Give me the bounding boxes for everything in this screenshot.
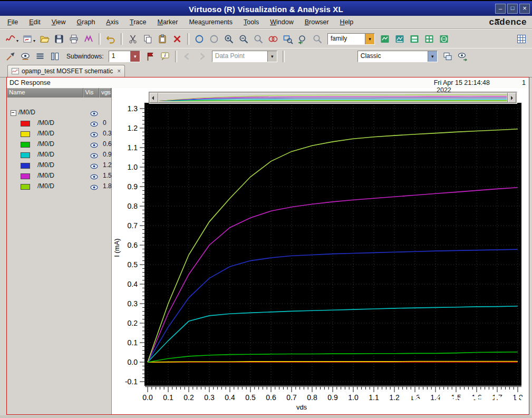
stack-icon[interactable] — [440, 50, 455, 63]
subwindows-label: Subwindows: — [66, 53, 104, 60]
layout-smith-icon[interactable] — [437, 32, 451, 46]
zoom-out-icon[interactable] — [236, 32, 251, 46]
data-point-combo-arrow-icon[interactable] — [267, 51, 277, 62]
bottom-strip — [0, 415, 532, 418]
menu-edit[interactable]: Edit — [29, 18, 41, 26]
trace-row[interactable]: /M0/D0.3 — [7, 128, 111, 139]
open-icon[interactable] — [37, 32, 52, 46]
trace-color-swatch[interactable] — [21, 163, 30, 169]
trace-vgs-value: 0 — [103, 119, 107, 127]
family-combo[interactable]: family — [327, 33, 375, 45]
rows-icon[interactable] — [33, 50, 47, 63]
tab-opamp-test-mosfet-schematic[interactable]: opamp_test MOSFET schematic × — [7, 65, 125, 77]
info-icon[interactable]: i — [158, 50, 172, 63]
style-combo-arrow-icon[interactable] — [428, 51, 437, 62]
trace-color-swatch[interactable] — [21, 121, 30, 127]
trace-color-swatch[interactable] — [21, 142, 30, 148]
y-tick-label: 0.9 — [128, 182, 138, 191]
x-tick-label: 0.3 — [204, 393, 215, 402]
family-combo-arrow-icon[interactable] — [365, 34, 374, 44]
trace-group-row[interactable]: /M0/D — [7, 107, 111, 118]
arrow-right-icon[interactable] — [195, 50, 209, 63]
flag-icon[interactable] — [143, 50, 158, 63]
secondary-toolbar: Subwindows: 1 i Data Point Classic — [0, 48, 532, 64]
trace-row[interactable]: /M0/D0 — [7, 118, 111, 128]
menu-marker[interactable]: Marker — [157, 18, 178, 26]
tab-close-icon[interactable]: × — [117, 67, 121, 75]
graph-window: DC Response Fri Apr 15 21:14:48 1 Name V… — [6, 77, 529, 415]
new-graph-icon[interactable] — [3, 32, 18, 46]
zoom-fit-icon[interactable] — [266, 32, 280, 46]
new-graph-icon-dropdown-arrow[interactable]: ▾ — [16, 38, 18, 43]
trace-row[interactable]: /M0/D1.5 — [7, 170, 111, 181]
trace-row[interactable]: /M0/D1.2 — [7, 160, 111, 170]
menu-window[interactable]: Window — [270, 18, 293, 26]
trace-row[interactable]: /M0/D0.9 — [7, 149, 111, 160]
save-icon[interactable] — [52, 32, 66, 46]
minimize-button[interactable] — [495, 4, 506, 14]
maximize-button[interactable] — [507, 4, 518, 14]
close-button[interactable] — [519, 4, 530, 14]
menu-browser[interactable]: Browser — [305, 18, 329, 26]
menu-trace[interactable]: Trace — [130, 18, 147, 26]
delete-icon[interactable] — [170, 32, 185, 46]
scrollbar-thumb[interactable] — [158, 93, 508, 103]
menu-tools[interactable]: Tools — [244, 18, 259, 26]
toolbar-separator — [283, 51, 285, 62]
arrow-left-icon[interactable] — [180, 50, 195, 63]
new-subwindow-icon[interactable] — [20, 32, 35, 46]
tree-collapse-icon[interactable] — [11, 110, 16, 116]
probe-icon[interactable] — [3, 50, 18, 63]
copy-icon[interactable] — [140, 32, 155, 46]
scrollbar-right-arrow-icon[interactable] — [508, 93, 516, 103]
trace-color-swatch[interactable] — [21, 152, 30, 158]
plot-overview-scrollbar[interactable] — [149, 92, 517, 104]
menu-help[interactable]: Help — [340, 18, 354, 26]
columns-icon[interactable] — [47, 50, 62, 63]
subwindows-combo[interactable]: 1 — [109, 51, 140, 62]
column-vis[interactable]: Vis — [83, 88, 100, 98]
cut-icon[interactable] — [125, 32, 140, 46]
trace-row[interactable]: /M0/D0.6 — [7, 139, 111, 149]
zoom-in-icon[interactable] — [221, 32, 236, 46]
layout-grid-icon[interactable] — [422, 32, 437, 46]
visibility-eye-icon[interactable] — [90, 183, 98, 192]
layout-overlay-icon[interactable] — [392, 32, 407, 46]
x-tick-label: 1.2 — [389, 393, 400, 402]
zoom-x-icon[interactable] — [251, 32, 266, 46]
menu-measurements[interactable]: Measurements — [189, 18, 233, 26]
menu-graph[interactable]: Graph — [77, 18, 95, 26]
undo-icon[interactable] — [103, 32, 118, 46]
zoom-reset-icon[interactable] — [310, 32, 325, 46]
new-subwindow-icon-dropdown-arrow[interactable]: ▾ — [33, 38, 35, 43]
layout-card-icon[interactable] — [407, 32, 422, 46]
subwindows-combo-arrow-icon[interactable] — [130, 51, 140, 62]
trace-color-swatch[interactable] — [21, 131, 30, 137]
trace-name: /M0/D — [37, 161, 54, 169]
column-name[interactable]: Name — [7, 88, 83, 98]
table-grid-icon[interactable] — [514, 32, 529, 46]
zoom-circle-icon[interactable] — [192, 32, 207, 46]
trace-color-swatch[interactable] — [21, 173, 30, 179]
display-icon[interactable] — [18, 50, 33, 63]
menu-axis[interactable]: Axis — [106, 18, 119, 26]
trace-name: /M0/D — [37, 172, 54, 179]
style-combo[interactable]: Classic — [357, 51, 438, 62]
dc-response-chart[interactable]: -0.10.00.10.20.30.40.50.60.70.80.91.01.1… — [112, 103, 529, 414]
zoom-prev-icon[interactable] — [295, 32, 310, 46]
column-vgs[interactable]: vgs — [99, 88, 111, 98]
trace-vgs-value: 0.3 — [103, 130, 112, 137]
scrollbar-left-arrow-icon[interactable] — [150, 93, 158, 103]
display-toggle-icon[interactable] — [455, 50, 470, 63]
trace-color-swatch[interactable] — [21, 184, 30, 190]
print-icon[interactable] — [66, 32, 81, 46]
layout-strip-icon[interactable] — [378, 32, 392, 46]
snapshot-icon[interactable] — [81, 32, 96, 46]
paste-icon[interactable] — [155, 32, 170, 46]
zoom-box-icon[interactable] — [280, 32, 295, 46]
menu-view[interactable]: View — [52, 18, 66, 26]
menu-file[interactable]: File — [7, 18, 18, 26]
data-point-combo[interactable]: Data Point — [212, 51, 277, 62]
trace-row[interactable]: /M0/D1.8 — [7, 181, 111, 191]
zoom-area-icon[interactable] — [207, 32, 221, 46]
